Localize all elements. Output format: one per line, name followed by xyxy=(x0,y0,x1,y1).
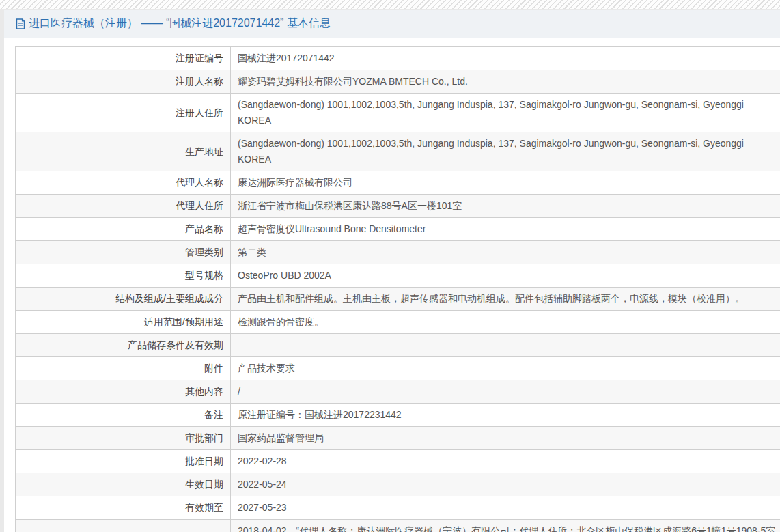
row-label: 代理人名称 xyxy=(16,171,231,195)
row-label: 生产地址 xyxy=(16,132,231,171)
row-label: 适用范围/预期用途 xyxy=(16,311,231,334)
row-value: 2022-05-24 xyxy=(231,473,780,496)
row-value: 2022-02-28 xyxy=(231,450,780,473)
content-area: 注册证编号 国械注进20172071442 注册人名称 耀姿玛碧艾姆科技有限公司… xyxy=(4,38,780,532)
row-value: 耀姿玛碧艾姆科技有限公司YOZMA BMTECH Co., Ltd. xyxy=(231,70,780,94)
row-value: (Sangdaewon-dong) 1001,1002,1003,5th, Ju… xyxy=(231,132,780,171)
row-value xyxy=(231,334,780,357)
page-title: 进口医疗器械（注册） —— “国械注进20172071442” 基本信息 xyxy=(16,16,331,31)
table-row: 代理人名称 康达洲际医疗器械有限公司 xyxy=(16,171,780,195)
row-value: 国械注进20172071442 xyxy=(231,47,780,70)
table-row: 2018-04-02 “代理人名称：康达洲际医疗器械（宁波）有限公司；代理人住所… xyxy=(16,520,780,532)
table-row: 备注 原注册证编号：国械注进20172231442 xyxy=(16,404,780,427)
row-value: 2027-05-23 xyxy=(231,496,780,520)
table-row: 结构及组成/主要组成成分 产品由主机和配件组成。主机由主板，超声传感器和电动机组… xyxy=(16,288,780,311)
table-row: 附件 产品技术要求 xyxy=(16,357,780,380)
table-row: 其他内容 / xyxy=(16,380,780,404)
row-value: 超声骨密度仪Ultrasound Bone Densitometer xyxy=(231,218,780,241)
table-row: 审批部门 国家药品监督管理局 xyxy=(16,427,780,450)
table-row: 生产地址 (Sangdaewon-dong) 1001,1002,1003,5t… xyxy=(16,132,780,171)
table-row: 批准日期 2022-02-28 xyxy=(16,450,780,473)
table-row: 注册人住所 (Sangdaewon-dong) 1001,1002,1003,5… xyxy=(16,94,780,132)
row-label: 批准日期 xyxy=(16,450,231,473)
row-value: 产品由主机和配件组成。主机由主板，超声传感器和电动机组成。配件包括辅助脚踏板两个… xyxy=(231,288,780,311)
row-label: 注册人住所 xyxy=(16,94,231,132)
row-label: 注册人名称 xyxy=(16,70,231,94)
decorative-stripe-band xyxy=(0,0,780,9)
row-label: 产品储存条件及有效期 xyxy=(16,334,231,357)
table-row: 管理类别 第二类 xyxy=(16,241,780,264)
registration-info-table: 注册证编号 国械注进20172071442 注册人名称 耀姿玛碧艾姆科技有限公司… xyxy=(15,46,780,532)
row-label: 审批部门 xyxy=(16,427,231,450)
table-row: 适用范围/预期用途 检测跟骨的骨密度。 xyxy=(16,311,780,334)
row-value: 产品技术要求 xyxy=(231,357,780,380)
row-label: 代理人住所 xyxy=(16,195,231,218)
row-label xyxy=(16,520,231,532)
row-label: 型号规格 xyxy=(16,264,231,288)
row-value: / xyxy=(231,380,780,404)
row-value: 第二类 xyxy=(231,241,780,264)
row-label: 结构及组成/主要组成成分 xyxy=(16,288,231,311)
row-value: 检测跟骨的骨密度。 xyxy=(231,311,780,334)
row-label: 注册证编号 xyxy=(16,47,231,70)
table-row: 注册人名称 耀姿玛碧艾姆科技有限公司YOZMA BMTECH Co., Ltd. xyxy=(16,70,780,94)
table-row: 生效日期 2022-05-24 xyxy=(16,473,780,496)
page-title-text: 进口医疗器械（注册） —— “国械注进20172071442” 基本信息 xyxy=(29,16,331,31)
page-container: 进口医疗器械（注册） —— “国械注进20172071442” 基本信息 注册证… xyxy=(4,10,780,532)
table-row: 产品储存条件及有效期 xyxy=(16,334,780,357)
row-label: 产品名称 xyxy=(16,218,231,241)
table-row: 注册证编号 国械注进20172071442 xyxy=(16,47,780,70)
row-label: 附件 xyxy=(16,357,231,380)
row-label: 其他内容 xyxy=(16,380,231,404)
row-label: 生效日期 xyxy=(16,473,231,496)
row-value: 浙江省宁波市梅山保税港区康达路88号A区一楼101室 xyxy=(231,195,780,218)
row-value: 原注册证编号：国械注进20172231442 xyxy=(231,404,780,427)
row-value: 国家药品监督管理局 xyxy=(231,427,780,450)
table-row: 型号规格 OsteoPro UBD 2002A xyxy=(16,264,780,288)
page-header-bar: 进口医疗器械（注册） —— “国械注进20172071442” 基本信息 xyxy=(4,10,780,38)
table-row: 代理人住所 浙江省宁波市梅山保税港区康达路88号A区一楼101室 xyxy=(16,195,780,218)
table-row: 有效期至 2027-05-23 xyxy=(16,496,780,520)
row-label: 有效期至 xyxy=(16,496,231,520)
table-row: 产品名称 超声骨密度仪Ultrasound Bone Densitometer xyxy=(16,218,780,241)
row-label: 管理类别 xyxy=(16,241,231,264)
row-label: 备注 xyxy=(16,404,231,427)
document-icon xyxy=(16,18,25,29)
row-value: OsteoPro UBD 2002A xyxy=(231,264,780,288)
row-value: (Sangdaewon-dong) 1001,1002,1003,5th, Ju… xyxy=(231,94,780,132)
row-value: 康达洲际医疗器械有限公司 xyxy=(231,171,780,195)
table-body: 注册证编号 国械注进20172071442 注册人名称 耀姿玛碧艾姆科技有限公司… xyxy=(16,47,780,532)
row-value: 2018-04-02 “代理人名称：康达洲际医疗器械（宁波）有限公司；代理人住所… xyxy=(231,520,780,532)
